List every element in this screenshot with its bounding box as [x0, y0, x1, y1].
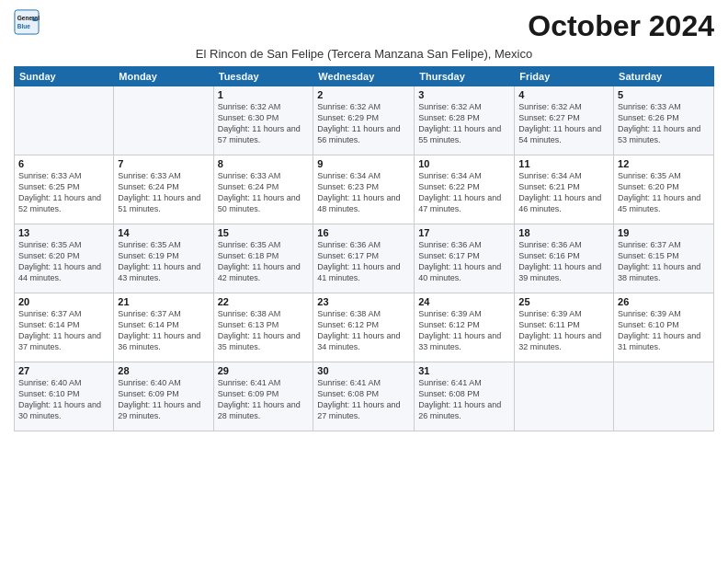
day-info: Sunrise: 6:34 AM Sunset: 6:22 PM Dayligh… [418, 170, 510, 215]
table-row: 16Sunrise: 6:36 AM Sunset: 6:17 PM Dayli… [313, 224, 415, 293]
table-row: 7Sunrise: 6:33 AM Sunset: 6:24 PM Daylig… [114, 155, 213, 224]
day-info: Sunrise: 6:40 AM Sunset: 6:09 PM Dayligh… [118, 377, 209, 422]
col-saturday: Saturday [614, 67, 714, 86]
day-info: Sunrise: 6:34 AM Sunset: 6:21 PM Dayligh… [518, 170, 609, 215]
day-number: 1 [218, 89, 310, 100]
day-info: Sunrise: 6:32 AM Sunset: 6:28 PM Dayligh… [418, 101, 510, 146]
table-row: 4Sunrise: 6:32 AM Sunset: 6:27 PM Daylig… [515, 86, 614, 155]
day-number: 5 [618, 89, 710, 100]
header: General Blue General Blue October 2024 [14, 9, 714, 43]
day-number: 6 [18, 158, 109, 169]
day-info: Sunrise: 6:33 AM Sunset: 6:24 PM Dayligh… [118, 170, 209, 215]
day-info: Sunrise: 6:34 AM Sunset: 6:23 PM Dayligh… [317, 170, 410, 215]
day-number: 19 [618, 227, 710, 238]
day-info: Sunrise: 6:37 AM Sunset: 6:14 PM Dayligh… [118, 308, 209, 353]
day-info: Sunrise: 6:32 AM Sunset: 6:29 PM Dayligh… [317, 101, 410, 146]
day-number: 20 [18, 296, 109, 307]
col-thursday: Thursday [415, 67, 515, 86]
table-row: 21Sunrise: 6:37 AM Sunset: 6:14 PM Dayli… [114, 293, 213, 362]
col-tuesday: Tuesday [213, 67, 313, 86]
table-row: 2Sunrise: 6:32 AM Sunset: 6:29 PM Daylig… [313, 86, 415, 155]
day-number: 13 [18, 227, 109, 238]
day-number: 17 [418, 227, 510, 238]
day-number: 31 [418, 365, 510, 376]
day-info: Sunrise: 6:35 AM Sunset: 6:20 PM Dayligh… [18, 239, 109, 284]
table-row: 17Sunrise: 6:36 AM Sunset: 6:17 PM Dayli… [415, 224, 515, 293]
svg-text:Blue: Blue [17, 23, 30, 29]
day-number: 12 [618, 158, 710, 169]
table-row: 11Sunrise: 6:34 AM Sunset: 6:21 PM Dayli… [515, 155, 614, 224]
day-number: 30 [317, 365, 410, 376]
table-row: 6Sunrise: 6:33 AM Sunset: 6:25 PM Daylig… [15, 155, 114, 224]
day-info: Sunrise: 6:38 AM Sunset: 6:13 PM Dayligh… [218, 308, 310, 353]
day-info: Sunrise: 6:39 AM Sunset: 6:10 PM Dayligh… [618, 308, 710, 353]
calendar-week-row: 27Sunrise: 6:40 AM Sunset: 6:10 PM Dayli… [15, 362, 714, 431]
day-number: 24 [418, 296, 510, 307]
table-row [114, 86, 213, 155]
day-number: 28 [118, 365, 209, 376]
table-row [614, 362, 714, 431]
table-row: 28Sunrise: 6:40 AM Sunset: 6:09 PM Dayli… [114, 362, 213, 431]
day-info: Sunrise: 6:41 AM Sunset: 6:09 PM Dayligh… [218, 377, 310, 422]
day-info: Sunrise: 6:41 AM Sunset: 6:08 PM Dayligh… [418, 377, 510, 422]
day-info: Sunrise: 6:37 AM Sunset: 6:14 PM Dayligh… [18, 308, 109, 353]
table-row: 15Sunrise: 6:35 AM Sunset: 6:18 PM Dayli… [213, 224, 313, 293]
table-row: 19Sunrise: 6:37 AM Sunset: 6:15 PM Dayli… [614, 224, 714, 293]
day-info: Sunrise: 6:40 AM Sunset: 6:10 PM Dayligh… [18, 377, 109, 422]
calendar-week-row: 20Sunrise: 6:37 AM Sunset: 6:14 PM Dayli… [15, 293, 714, 362]
day-number: 16 [317, 227, 410, 238]
table-row: 9Sunrise: 6:34 AM Sunset: 6:23 PM Daylig… [313, 155, 415, 224]
table-row: 22Sunrise: 6:38 AM Sunset: 6:13 PM Dayli… [213, 293, 313, 362]
day-info: Sunrise: 6:32 AM Sunset: 6:27 PM Dayligh… [518, 101, 609, 146]
table-row: 30Sunrise: 6:41 AM Sunset: 6:08 PM Dayli… [313, 362, 415, 431]
day-number: 26 [618, 296, 710, 307]
table-row: 8Sunrise: 6:33 AM Sunset: 6:24 PM Daylig… [213, 155, 313, 224]
day-info: Sunrise: 6:35 AM Sunset: 6:20 PM Dayligh… [618, 170, 710, 215]
table-row: 12Sunrise: 6:35 AM Sunset: 6:20 PM Dayli… [614, 155, 714, 224]
month-title: October 2024 [528, 9, 714, 43]
calendar-table: Sunday Monday Tuesday Wednesday Thursday… [14, 66, 714, 431]
day-number: 11 [518, 158, 609, 169]
day-number: 15 [218, 227, 310, 238]
table-row: 3Sunrise: 6:32 AM Sunset: 6:28 PM Daylig… [415, 86, 515, 155]
location-title: El Rincon de San Felipe (Tercera Manzana… [14, 47, 714, 61]
day-number: 22 [218, 296, 310, 307]
table-row: 14Sunrise: 6:35 AM Sunset: 6:19 PM Dayli… [114, 224, 213, 293]
day-info: Sunrise: 6:39 AM Sunset: 6:11 PM Dayligh… [518, 308, 609, 353]
day-info: Sunrise: 6:33 AM Sunset: 6:26 PM Dayligh… [618, 101, 710, 146]
day-number: 4 [518, 89, 609, 100]
day-number: 27 [18, 365, 109, 376]
day-number: 3 [418, 89, 510, 100]
calendar-header-row: Sunday Monday Tuesday Wednesday Thursday… [15, 67, 714, 86]
day-info: Sunrise: 6:36 AM Sunset: 6:16 PM Dayligh… [518, 239, 609, 284]
day-info: Sunrise: 6:32 AM Sunset: 6:30 PM Dayligh… [218, 101, 310, 146]
day-info: Sunrise: 6:33 AM Sunset: 6:25 PM Dayligh… [18, 170, 109, 215]
col-friday: Friday [515, 67, 614, 86]
day-number: 2 [317, 89, 410, 100]
table-row: 25Sunrise: 6:39 AM Sunset: 6:11 PM Dayli… [515, 293, 614, 362]
day-info: Sunrise: 6:33 AM Sunset: 6:24 PM Dayligh… [218, 170, 310, 215]
day-number: 21 [118, 296, 209, 307]
logo: General Blue General Blue [14, 9, 40, 35]
day-info: Sunrise: 6:35 AM Sunset: 6:19 PM Dayligh… [118, 239, 209, 284]
table-row: 26Sunrise: 6:39 AM Sunset: 6:10 PM Dayli… [614, 293, 714, 362]
day-info: Sunrise: 6:36 AM Sunset: 6:17 PM Dayligh… [317, 239, 410, 284]
day-number: 8 [218, 158, 310, 169]
table-row: 13Sunrise: 6:35 AM Sunset: 6:20 PM Dayli… [15, 224, 114, 293]
col-sunday: Sunday [15, 67, 114, 86]
day-number: 18 [518, 227, 609, 238]
day-info: Sunrise: 6:35 AM Sunset: 6:18 PM Dayligh… [218, 239, 310, 284]
day-info: Sunrise: 6:41 AM Sunset: 6:08 PM Dayligh… [317, 377, 410, 422]
calendar-week-row: 1Sunrise: 6:32 AM Sunset: 6:30 PM Daylig… [15, 86, 714, 155]
table-row: 27Sunrise: 6:40 AM Sunset: 6:10 PM Dayli… [15, 362, 114, 431]
table-row: 10Sunrise: 6:34 AM Sunset: 6:22 PM Dayli… [415, 155, 515, 224]
day-info: Sunrise: 6:38 AM Sunset: 6:12 PM Dayligh… [317, 308, 410, 353]
day-number: 9 [317, 158, 410, 169]
calendar-week-row: 6Sunrise: 6:33 AM Sunset: 6:25 PM Daylig… [15, 155, 714, 224]
col-monday: Monday [114, 67, 213, 86]
table-row: 18Sunrise: 6:36 AM Sunset: 6:16 PM Dayli… [515, 224, 614, 293]
table-row: 29Sunrise: 6:41 AM Sunset: 6:09 PM Dayli… [213, 362, 313, 431]
calendar-week-row: 13Sunrise: 6:35 AM Sunset: 6:20 PM Dayli… [15, 224, 714, 293]
day-info: Sunrise: 6:37 AM Sunset: 6:15 PM Dayligh… [618, 239, 710, 284]
table-row: 24Sunrise: 6:39 AM Sunset: 6:12 PM Dayli… [415, 293, 515, 362]
